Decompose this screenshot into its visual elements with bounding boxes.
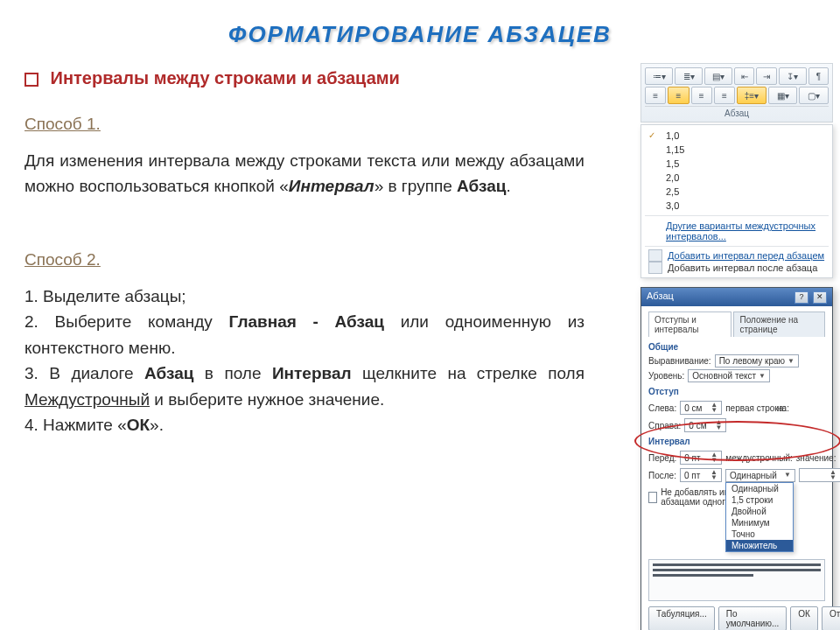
paragraph-dialog: Абзац ? ✕ Отступы и интервалы Положение … bbox=[640, 287, 833, 630]
spacing-option[interactable]: 3,0 bbox=[641, 199, 832, 213]
after-spinner[interactable]: 0 пт▲▼ bbox=[680, 468, 722, 482]
ls-opt[interactable]: Двойной bbox=[726, 506, 793, 517]
method2-label: Способ 2. bbox=[24, 250, 584, 270]
method1-paragraph: Для изменения интервала между строками т… bbox=[24, 148, 584, 200]
spacing-option[interactable]: 2,5 bbox=[641, 185, 832, 199]
m2-l4c: ». bbox=[150, 416, 164, 434]
m2-l1: 1. Выделите абзацы; bbox=[24, 287, 186, 305]
method2-paragraph: 1. Выделите абзацы; 2. Выберите команду … bbox=[24, 284, 584, 438]
bullet-icon bbox=[24, 73, 38, 87]
shading-button[interactable]: ▦▾ bbox=[768, 87, 798, 104]
align-justify-button[interactable]: ≡ bbox=[714, 87, 735, 104]
tab-position[interactable]: Положение на странице bbox=[733, 312, 825, 337]
level-combo[interactable]: Основной текст▼ bbox=[688, 369, 770, 382]
dont-add-checkbox[interactable] bbox=[648, 492, 657, 503]
indent-section: Отступ bbox=[648, 387, 825, 396]
line-spacing-button[interactable]: ‡≡▾ bbox=[737, 87, 766, 104]
m2-l3f: Междустрочный bbox=[24, 390, 150, 409]
linespacing-on-label: значение: bbox=[796, 453, 836, 463]
m2-l2a: 2. Выберите команду bbox=[24, 312, 229, 331]
ribbon-group-label: Абзац bbox=[645, 106, 829, 118]
space-after-icon bbox=[648, 262, 662, 274]
ls-opt[interactable]: Точно bbox=[726, 528, 793, 540]
close-button[interactable]: ✕ bbox=[813, 291, 827, 304]
alignment-combo[interactable]: По левому краю▼ bbox=[715, 354, 799, 368]
before-label: Перед: bbox=[648, 453, 676, 463]
m2-l2b: Главная - Абзац bbox=[229, 312, 384, 331]
help-button[interactable]: ? bbox=[794, 291, 808, 304]
multilevel-button[interactable]: ▤▾ bbox=[704, 67, 732, 85]
ls-opt[interactable]: 1,5 строки bbox=[726, 494, 793, 506]
m1-text3: . bbox=[506, 177, 510, 195]
content-column: Интервалы между строками и абзацами Спос… bbox=[24, 68, 584, 438]
add-space-after[interactable]: Добавить интервал после абзаца bbox=[641, 262, 832, 274]
spacing-option[interactable]: 1,15 bbox=[641, 143, 832, 157]
space-before-icon bbox=[648, 249, 662, 262]
tab-indents[interactable]: Отступы и интервалы bbox=[648, 312, 732, 337]
add-after-text: Добавить интервал после абзаца bbox=[668, 262, 817, 273]
section-heading: Интервалы между строками и абзацами bbox=[24, 68, 584, 88]
right-label: Справа: bbox=[648, 421, 681, 430]
right-spinner[interactable]: 0 см▲▼ bbox=[684, 418, 726, 432]
ok-button[interactable]: ОК bbox=[790, 606, 818, 630]
sort-button[interactable]: ↧▾ bbox=[779, 67, 807, 85]
numbering-button[interactable]: ≣▾ bbox=[675, 67, 703, 85]
method1-label: Способ 1. bbox=[24, 115, 584, 134]
ls-opt[interactable]: Минимум bbox=[726, 517, 793, 528]
m2-l3e: щелкните на стрелке поля bbox=[352, 364, 584, 382]
linespacing-value-spinner[interactable]: ▲▼ bbox=[799, 468, 840, 482]
m1-strong: Интервал bbox=[289, 177, 374, 195]
show-marks-button[interactable]: ¶ bbox=[808, 67, 829, 85]
m1-strong2: Абзац bbox=[457, 177, 506, 195]
spacing-more-options[interactable]: Другие варианты междустрочных интервалов… bbox=[641, 219, 832, 243]
add-before-text: Добавить интервал перед абзацем bbox=[668, 250, 824, 261]
linespacing-combo[interactable]: Одинарный▼ bbox=[725, 469, 795, 482]
spacing-option[interactable]: 1,0 bbox=[641, 129, 832, 143]
borders-button[interactable]: ▢▾ bbox=[799, 87, 829, 104]
m2-l3c: в поле bbox=[193, 364, 271, 382]
line-spacing-menu: 1,0 1,15 1,5 2,0 2,5 3,0 Другие варианты… bbox=[640, 124, 833, 278]
bullets-button[interactable]: ≔▾ bbox=[645, 67, 673, 85]
add-space-before[interactable]: Добавить интервал перед абзацем bbox=[641, 249, 832, 262]
cancel-button[interactable]: Отмена bbox=[822, 606, 840, 630]
spacing-option[interactable]: 1,5 bbox=[641, 157, 832, 171]
m1-text2: » в группе bbox=[374, 177, 457, 195]
ls-opt[interactable]: Множитель bbox=[726, 540, 793, 551]
m2-l3a: 3. В диалоге bbox=[24, 364, 144, 382]
alignment-label: Выравнивание: bbox=[648, 356, 711, 366]
left-spinner[interactable]: 0 см▲▼ bbox=[680, 401, 722, 415]
m2-l3g: и выберите нужное значение. bbox=[150, 390, 384, 409]
increase-indent-button[interactable]: ⇥ bbox=[756, 67, 776, 85]
decrease-indent-button[interactable]: ⇤ bbox=[734, 67, 754, 85]
ls-opt[interactable]: Одинарный bbox=[726, 483, 793, 494]
linespacing-dropdown: Одинарный 1,5 строки Двойной Минимум Точ… bbox=[725, 482, 794, 552]
linespacing-label: междустрочный: bbox=[725, 453, 793, 463]
level-label: Уровень: bbox=[648, 371, 684, 381]
after-label: После: bbox=[648, 471, 676, 480]
align-left-button[interactable]: ≡ bbox=[645, 87, 666, 104]
spacing-section: Интервал bbox=[648, 437, 825, 446]
m2-l4a: 4. Нажмите « bbox=[24, 416, 127, 434]
default-button[interactable]: По умолчанию... bbox=[718, 606, 787, 630]
firstline-on-label: на: bbox=[777, 403, 789, 413]
m2-l4b: ОК bbox=[127, 416, 150, 434]
spacing-option[interactable]: 2,0 bbox=[641, 171, 832, 185]
page-title: ФОРМАТИРОВАНИЕ АБЗАЦЕВ bbox=[0, 0, 840, 48]
m2-l3d: Интервал bbox=[272, 364, 352, 382]
ribbon-paragraph-group: ≔▾ ≣▾ ▤▾ ⇤ ⇥ ↧▾ ¶ ≡ ≡ ≡ ≡ ‡≡▾ ▦▾ ▢▾ Абза… bbox=[640, 63, 833, 122]
preview-pane bbox=[648, 559, 825, 601]
align-right-button[interactable]: ≡ bbox=[691, 87, 712, 104]
tabs-button[interactable]: Табуляция... bbox=[648, 606, 715, 630]
dialog-titlebar: Абзац ? ✕ bbox=[641, 288, 832, 306]
align-center-button[interactable]: ≡ bbox=[668, 87, 689, 104]
heading-text: Интервалы между строками и абзацами bbox=[51, 68, 400, 88]
right-panel: ≔▾ ≣▾ ▤▾ ⇤ ⇥ ↧▾ ¶ ≡ ≡ ≡ ≡ ‡≡▾ ▦▾ ▢▾ Абза… bbox=[640, 63, 833, 630]
left-label: Слева: bbox=[648, 403, 676, 413]
m2-l3b: Абзац bbox=[144, 364, 193, 382]
general-section: Общие bbox=[648, 342, 825, 352]
dialog-title: Абзац bbox=[647, 290, 674, 304]
before-spinner[interactable]: 0 пт▲▼ bbox=[680, 451, 722, 465]
